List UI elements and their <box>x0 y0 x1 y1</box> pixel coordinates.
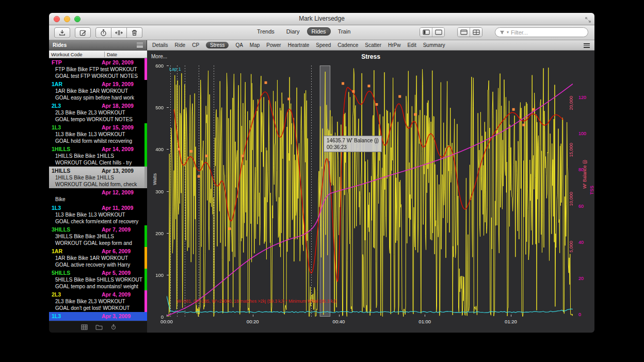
ride-workout-code: 1HILLS <box>52 168 102 174</box>
tooltip-value: 14635.7 W' Balance (j) <box>327 137 379 144</box>
column-workout-code[interactable]: Workout Code <box>49 52 105 57</box>
ride-description: 2L3 Bike Bike 2L3 WORKOUT <box>52 109 142 116</box>
chart-tabs-bar: DetailsRideCPStressQAMapPowerHeartrateSp… <box>147 40 594 51</box>
toggle-lowbar-button[interactable] <box>432 28 444 37</box>
chart-tab-hrpw[interactable]: HrPw <box>388 42 400 48</box>
stress-chart-canvas[interactable] <box>167 65 573 317</box>
watts-tick: 300 <box>150 189 164 194</box>
ride-date: Apr 19, 2009 <box>102 81 142 88</box>
tooltip-time: 00:36:23 <box>327 144 379 151</box>
time-tick: 00:20 <box>244 319 262 324</box>
chart-tab-speed[interactable]: Speed <box>316 42 331 48</box>
ride-item[interactable]: 1HILLSApr 13, 20091HILLS Bike Bike 1HILL… <box>49 167 147 188</box>
ride-item[interactable]: 1HILLSApr 14, 20091HILLS Bike Bike 1HILL… <box>49 145 147 167</box>
view-tab-rides[interactable]: Rides <box>307 27 331 36</box>
chart-tab-ride[interactable]: Ride <box>175 42 186 48</box>
stress-chart-panel: More... Stress Watts Lap 1 14635.7 W' Ba… <box>147 51 594 333</box>
lap-marker-label: Lap 1 <box>169 67 181 72</box>
wbal-tick: 5,000 <box>569 241 574 253</box>
chart-tab-summary[interactable]: Summary <box>423 42 445 48</box>
ride-date: Apr 7, 2009 <box>102 226 142 233</box>
wbal-axis-label: W' Balance (j) <box>582 160 587 189</box>
sidebar-title: Rides <box>53 42 67 48</box>
time-tick: 00:00 <box>158 319 175 324</box>
chart-tab-cadence[interactable]: Cadence <box>337 42 358 48</box>
ride-workout-code: FTP <box>52 59 102 66</box>
time-tick: 01:00 <box>416 319 433 324</box>
ride-item[interactable]: 1L3Apr 15, 20091L3 Bike Bike 1L3 WORKOUT… <box>49 123 147 145</box>
toolbar-right: ▾ Filter... <box>420 27 588 37</box>
ride-item[interactable]: 1ARApr 19, 20091AR Bike Bike 1AR WORKOUT… <box>49 80 147 102</box>
ride-description: GOAL check form/extent of recovery <box>52 218 142 225</box>
ride-workout-code: 2L3 <box>52 291 102 298</box>
ride-item[interactable]: 2L3Apr 4, 20092L3 Bike Bike 2L3 WORKOUTG… <box>49 290 147 312</box>
view-tab-diary[interactable]: Diary <box>282 27 304 36</box>
sidebar-menu-icon[interactable] <box>137 43 143 47</box>
ride-description: 1AR Bike Bike 1AR WORKOUT <box>52 88 142 94</box>
watts-tick: 500 <box>150 105 164 110</box>
tss-axis-label: TSS <box>589 186 594 195</box>
trash-button[interactable] <box>127 27 142 38</box>
toggle-sidebar-button[interactable] <box>420 28 432 37</box>
ride-description: GOAL hold form whilst recovering <box>52 138 142 144</box>
column-date[interactable]: Date <box>105 52 147 57</box>
view-tab-trends[interactable]: Trends <box>252 27 279 36</box>
wbal-tick: 20,000 <box>569 96 574 110</box>
folder-icon[interactable] <box>95 323 103 332</box>
chart-tab-scatter[interactable]: Scatter <box>365 42 381 48</box>
tabbed-view-button[interactable] <box>458 28 470 37</box>
chart-tab-qa[interactable]: QA <box>235 42 243 48</box>
ride-date: Apr 20, 2009 <box>102 59 142 66</box>
ride-description: GOAL easy spim before hard work <box>52 94 142 101</box>
chart-tab-map[interactable]: Map <box>250 42 260 48</box>
fullscreen-icon[interactable] <box>585 15 591 25</box>
rides-sidebar: Workout Code Date FTPApr 20, 2009FTP Bik… <box>49 51 147 333</box>
ride-workout-code: 1L3 <box>52 205 102 211</box>
ride-item[interactable]: 3HILLSApr 7, 20093HILLS Bike Bike 3HILLS… <box>49 225 147 247</box>
sidebar-footer <box>49 321 147 333</box>
tss-tick: 120 <box>578 95 590 100</box>
ride-date: Apr 12, 2009 <box>102 189 142 196</box>
ride-description: 5HILLS Bike Bike 5HILLS WORKOUT <box>52 276 142 283</box>
close-button[interactable] <box>54 16 60 22</box>
edit-ride-button[interactable] <box>75 27 91 38</box>
filter-placeholder: Filter... <box>511 29 528 36</box>
stopwatch-button[interactable] <box>95 27 111 38</box>
filter-input[interactable]: ▾ Filter... <box>495 27 588 37</box>
chart-tab-details[interactable]: Details <box>152 42 168 48</box>
app-window: Mark Liversedge TrendsDiaryRidesTrain <box>49 13 594 333</box>
ride-item[interactable]: 1ARApr 6, 20091AR Bike Bike 1AR WORKOUTG… <box>49 247 147 269</box>
ride-date: Apr 4, 2009 <box>102 291 142 298</box>
ride-item[interactable]: Apr 12, 2009Bike <box>49 188 147 204</box>
table-icon[interactable] <box>81 323 88 332</box>
chart-menu-icon[interactable] <box>584 43 590 48</box>
ride-item[interactable]: 1L3Apr 11, 20091L3 Bike Bike 1L3 WORKOUT… <box>49 204 147 225</box>
watts-axis-label: Watts <box>152 173 157 185</box>
titlebar[interactable]: Mark Liversedge <box>49 13 594 25</box>
stopwatch-icon[interactable] <box>110 323 117 332</box>
chart-tab-power[interactable]: Power <box>266 42 281 48</box>
save-ride-button[interactable] <box>54 27 70 38</box>
ride-description: GOAL active recovery with Harry <box>52 261 142 268</box>
ride-description: GOAL test FTP WORKOUT NOTES <box>52 73 142 79</box>
ride-item[interactable]: 2L3Apr 18, 20092L3 Bike Bike 2L3 WORKOUT… <box>49 102 147 123</box>
content: Workout Code Date FTPApr 20, 2009FTP Bik… <box>49 51 594 333</box>
time-tick: 01:20 <box>502 319 520 324</box>
ride-description: 3HILLS Bike Bike 3HILLS <box>52 233 142 240</box>
chart-tab-cp[interactable]: CP <box>192 42 199 48</box>
chart-title: Stress <box>147 53 594 60</box>
tiled-view-button[interactable] <box>470 28 482 37</box>
intervals-button[interactable] <box>111 27 127 38</box>
view-tab-train[interactable]: Train <box>333 27 356 36</box>
zoom-button[interactable] <box>74 16 81 22</box>
chart-tab-edit[interactable]: Edit <box>407 42 416 48</box>
chart-tab-stress[interactable]: Stress <box>206 42 229 48</box>
ride-description: WORKOUT GOAL Clent hills - try <box>52 159 142 166</box>
ride-item[interactable]: 5HILLSApr 5, 20095HILLS Bike Bike 5HILLS… <box>49 269 147 290</box>
minimize-button[interactable] <box>64 16 70 22</box>
ride-item[interactable]: FTPApr 20, 2009FTP Bike Bike FTP test WO… <box>49 58 147 80</box>
chart-tab-heartrate[interactable]: Heartrate <box>288 42 310 48</box>
main-toolbar: TrendsDiaryRidesTrain ▾ <box>49 25 594 40</box>
ride-item[interactable]: 1L3Apr 3, 2009 <box>49 312 147 321</box>
rides-column-header[interactable]: Workout Code Date <box>49 51 147 58</box>
